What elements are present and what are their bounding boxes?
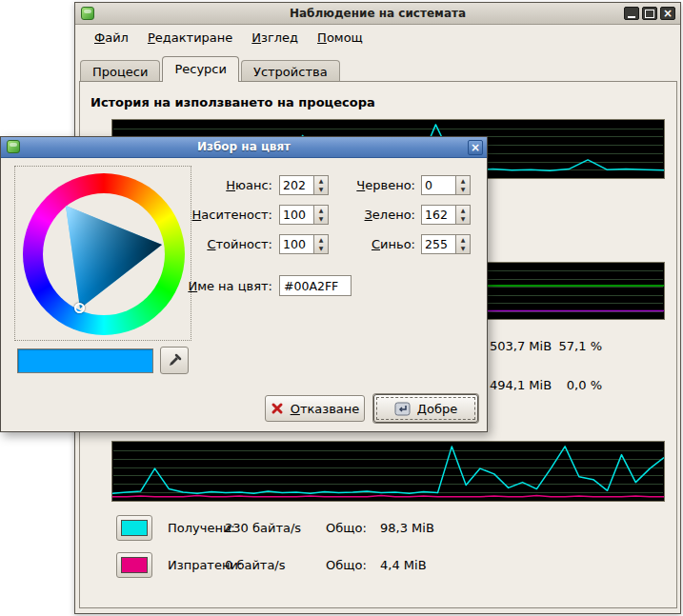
green-input[interactable]: [422, 206, 455, 224]
green-label: Зелено:: [330, 205, 415, 226]
red-input[interactable]: [422, 176, 455, 194]
red-spinner-icon[interactable]: [455, 176, 470, 194]
tab-bar: Процеси Ресурси Устройства: [80, 56, 342, 82]
received-color-button[interactable]: [116, 515, 152, 541]
sent-total: 4,4 MiB: [380, 558, 427, 572]
selected-color-marker[interactable]: [74, 303, 85, 313]
green-spinbox: [421, 205, 471, 225]
ok-icon: [394, 402, 411, 416]
saturation-input[interactable]: [280, 206, 313, 224]
network-history-graph: [111, 441, 665, 502]
cancel-label: Отказване: [291, 402, 360, 416]
tab-devices[interactable]: Устройства: [241, 60, 340, 82]
value-input[interactable]: [280, 235, 313, 253]
main-window-title: Наблюдение на системата: [75, 7, 680, 20]
cancel-icon: [271, 402, 284, 415]
hue-input[interactable]: [280, 176, 313, 194]
minimize-icon[interactable]: [624, 7, 639, 20]
dialog-title: Избор на цвят: [1, 140, 487, 153]
color-wheel[interactable]: [14, 166, 191, 341]
tab-resources[interactable]: Ресурси: [162, 56, 239, 82]
menu-view[interactable]: Изглед: [244, 29, 306, 47]
green-spinner-icon[interactable]: [455, 206, 470, 224]
maximize-icon[interactable]: [642, 7, 657, 20]
close-icon[interactable]: [660, 7, 675, 20]
swap-usage-row: 494,1 MiB 0,0 %: [490, 378, 613, 393]
cancel-button[interactable]: Отказване: [265, 395, 365, 422]
received-total-label: Общо:: [326, 521, 367, 535]
saturation-label: Наситеност:: [175, 205, 272, 226]
value-spinner-icon[interactable]: [313, 235, 328, 253]
memory-percent: 57,1 %: [556, 339, 602, 353]
memory-amount: 503,7 MiB: [490, 339, 552, 353]
menu-bar: Файл Редактиране Изглед Помощ: [75, 26, 680, 50]
menu-help[interactable]: Помощ: [310, 29, 371, 47]
color-preview: [17, 348, 153, 373]
hue-spinner-icon[interactable]: [313, 176, 328, 194]
sent-color-button[interactable]: [116, 552, 152, 578]
tab-processes[interactable]: Процеси: [80, 60, 160, 82]
blue-label: Синьо:: [330, 234, 415, 255]
color-picker-dialog: Избор на цвят Нюанс: Наситеност: Стойнос…: [0, 136, 488, 432]
ok-label: Добре: [417, 402, 457, 416]
blue-input[interactable]: [422, 235, 455, 253]
eyedropper-icon: [167, 353, 182, 368]
value-label: Стойност:: [175, 234, 272, 255]
sent-color-swatch: [121, 557, 148, 573]
sent-total-label: Общо:: [326, 558, 367, 572]
blue-spinner-icon[interactable]: [455, 235, 470, 253]
window-controls: [624, 7, 675, 20]
desktop: Наблюдение на системата Файл Редактиране…: [0, 0, 683, 616]
swap-percent: 0,0 %: [556, 378, 602, 392]
hue-label: Нюанс:: [175, 175, 272, 196]
network-sent-row: Изпратени: 0 байта/s Общо: 4,4 MiB: [116, 552, 650, 579]
color-name-label: Име на цвят:: [153, 276, 272, 297]
cpu-section-title: История на използването на процесора: [90, 95, 375, 109]
dialog-close-icon[interactable]: [468, 140, 483, 155]
menu-edit[interactable]: Редактиране: [140, 29, 240, 47]
saturation-spinner-icon[interactable]: [313, 206, 328, 224]
received-rate: 230 байта/s: [225, 521, 301, 535]
dialog-titlebar[interactable]: Избор на цвят: [1, 137, 487, 158]
ok-button[interactable]: Добре: [373, 394, 478, 423]
blue-spinbox: [421, 234, 471, 254]
red-label: Червено:: [330, 175, 415, 196]
eyedropper-button[interactable]: [160, 347, 189, 374]
hue-spinbox: [279, 175, 329, 195]
red-spinbox: [421, 175, 471, 195]
network-received-row: Получени: 230 байта/s Общо: 98,3 MiB: [116, 515, 650, 542]
swap-amount: 494,1 MiB: [490, 378, 552, 392]
main-window-titlebar[interactable]: Наблюдение на системата: [75, 3, 680, 25]
menu-file[interactable]: Файл: [87, 29, 136, 47]
memory-usage-row: 503,7 MiB 57,1 %: [490, 339, 613, 354]
sent-rate: 0 байта/s: [225, 558, 286, 572]
color-name-input[interactable]: [279, 275, 352, 296]
saturation-spinbox: [279, 205, 329, 225]
received-total: 98,3 MiB: [380, 521, 434, 535]
received-color-swatch: [121, 520, 148, 536]
value-spinbox: [279, 234, 329, 254]
